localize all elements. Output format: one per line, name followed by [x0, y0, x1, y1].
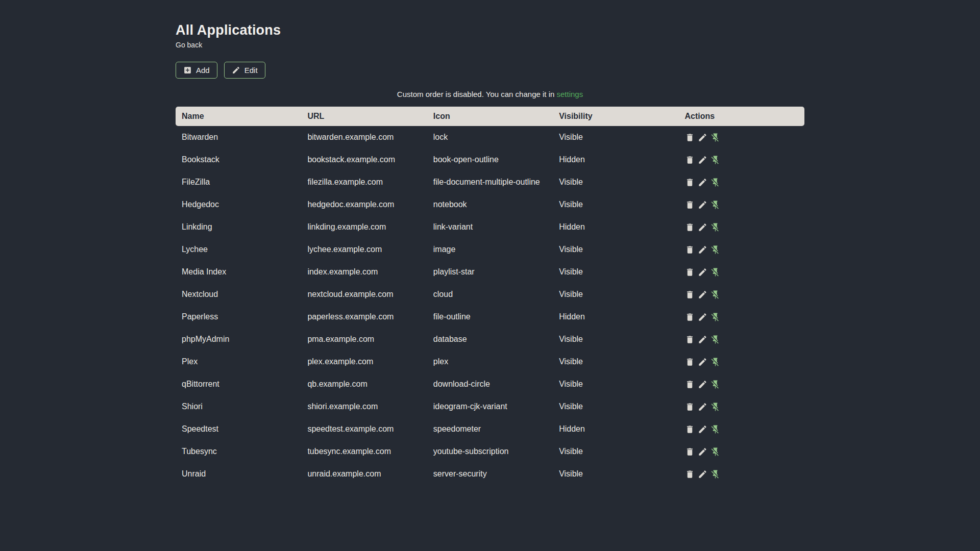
app-name: qBittorrent — [176, 373, 301, 395]
trash-icon — [685, 402, 695, 412]
app-visibility: Visible — [553, 261, 678, 283]
pin-off-button[interactable] — [710, 335, 720, 344]
table-row: phpMyAdmin pma.example.com database Visi… — [176, 328, 804, 350]
edit-row-button[interactable] — [698, 222, 707, 232]
pin-off-button[interactable] — [710, 200, 720, 210]
app-visibility: Hidden — [553, 306, 678, 328]
pin-off-button[interactable] — [710, 312, 720, 322]
app-url: bitwarden.example.com — [301, 126, 427, 148]
app-actions — [679, 440, 804, 463]
pin-off-button[interactable] — [710, 424, 720, 434]
delete-button[interactable] — [685, 335, 695, 344]
pin-off-icon — [710, 222, 720, 232]
edit-row-button[interactable] — [698, 267, 707, 277]
table-row: Linkding linkding.example.com link-varia… — [176, 216, 804, 238]
delete-button[interactable] — [685, 357, 695, 367]
pin-off-button[interactable] — [710, 267, 720, 277]
delete-button[interactable] — [685, 222, 695, 232]
pencil-icon — [698, 155, 707, 165]
app-url: speedtest.example.com — [301, 418, 427, 440]
app-url: nextcloud.example.com — [301, 283, 427, 306]
app-name: Hedgedoc — [176, 193, 301, 216]
delete-button[interactable] — [685, 402, 695, 412]
pin-off-button[interactable] — [710, 155, 720, 165]
edit-row-button[interactable] — [698, 200, 707, 210]
pin-off-icon — [710, 245, 720, 255]
delete-button[interactable] — [685, 312, 695, 322]
applications-table: Name URL Icon Visibility Actions Bitward… — [176, 107, 804, 485]
app-visibility: Visible — [553, 328, 678, 350]
delete-button[interactable] — [685, 447, 695, 457]
table-row: Nextcloud nextcloud.example.com cloud Vi… — [176, 283, 804, 306]
pin-off-button[interactable] — [710, 447, 720, 457]
pin-off-button[interactable] — [710, 469, 720, 479]
app-actions — [679, 328, 804, 350]
edit-button-label: Edit — [244, 66, 258, 74]
pin-off-icon — [710, 469, 720, 479]
app-actions — [679, 306, 804, 328]
pin-off-button[interactable] — [710, 290, 720, 299]
trash-icon — [685, 312, 695, 322]
app-actions — [679, 418, 804, 440]
app-icon-name: plex — [427, 350, 553, 373]
go-back-link[interactable]: Go back — [176, 41, 202, 49]
pin-off-icon — [710, 200, 720, 210]
app-icon-name: cloud — [427, 283, 553, 306]
app-url: pma.example.com — [301, 328, 427, 350]
delete-button[interactable] — [685, 200, 695, 210]
pencil-icon — [698, 200, 707, 210]
pin-off-button[interactable] — [710, 357, 720, 367]
pin-off-icon — [710, 155, 720, 165]
edit-row-button[interactable] — [698, 335, 707, 344]
add-button-label: Add — [196, 66, 210, 74]
add-button[interactable]: Add — [176, 62, 217, 79]
table-row: Media Index index.example.com playlist-s… — [176, 261, 804, 283]
pin-off-button[interactable] — [710, 402, 720, 412]
app-icon-name: notebook — [427, 193, 553, 216]
delete-button[interactable] — [685, 178, 695, 187]
trash-icon — [685, 380, 695, 389]
delete-button[interactable] — [685, 380, 695, 389]
app-visibility: Visible — [553, 238, 678, 261]
edit-row-button[interactable] — [698, 447, 707, 457]
pin-off-button[interactable] — [710, 178, 720, 187]
delete-button[interactable] — [685, 424, 695, 434]
delete-button[interactable] — [685, 267, 695, 277]
edit-row-button[interactable] — [698, 178, 707, 187]
pin-off-button[interactable] — [710, 380, 720, 389]
edit-row-button[interactable] — [698, 245, 707, 255]
table-header-row: Name URL Icon Visibility Actions — [176, 107, 804, 126]
pin-off-button[interactable] — [710, 245, 720, 255]
delete-button[interactable] — [685, 155, 695, 165]
toolbar: Add Edit — [176, 62, 804, 79]
app-visibility: Visible — [553, 171, 678, 193]
delete-button[interactable] — [685, 133, 695, 142]
edit-row-button[interactable] — [698, 402, 707, 412]
edit-row-button[interactable] — [698, 155, 707, 165]
app-actions — [679, 395, 804, 418]
app-actions — [679, 261, 804, 283]
app-url: tubesync.example.com — [301, 440, 427, 463]
pin-off-button[interactable] — [710, 133, 720, 142]
edit-row-button[interactable] — [698, 469, 707, 479]
column-header-icon: Icon — [427, 107, 553, 126]
table-row: Hedgedoc hedgedoc.example.com notebook V… — [176, 193, 804, 216]
edit-row-button[interactable] — [698, 133, 707, 142]
app-actions — [679, 283, 804, 306]
edit-row-button[interactable] — [698, 290, 707, 299]
edit-row-button[interactable] — [698, 312, 707, 322]
edit-row-button[interactable] — [698, 424, 707, 434]
delete-button[interactable] — [685, 245, 695, 255]
table-row: qBittorrent qb.example.com download-circ… — [176, 373, 804, 395]
edit-row-button[interactable] — [698, 357, 707, 367]
pencil-icon — [698, 335, 707, 344]
app-actions — [679, 373, 804, 395]
delete-button[interactable] — [685, 290, 695, 299]
pencil-icon — [698, 380, 707, 389]
settings-link[interactable]: settings — [557, 90, 583, 98]
edit-button[interactable]: Edit — [224, 62, 265, 79]
pin-off-button[interactable] — [710, 222, 720, 232]
edit-row-button[interactable] — [698, 380, 707, 389]
delete-button[interactable] — [685, 469, 695, 479]
pencil-icon — [698, 245, 707, 255]
